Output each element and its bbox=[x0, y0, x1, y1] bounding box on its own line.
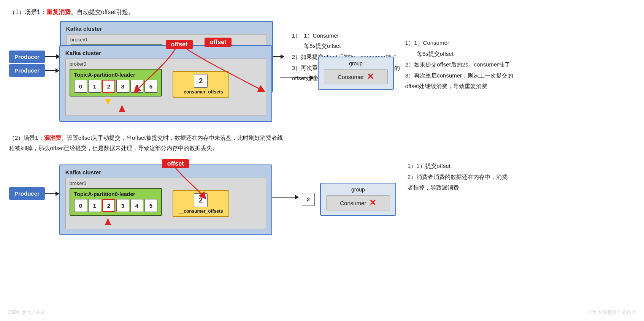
cells-d2: 0 1 2 3 4 5 bbox=[74, 199, 157, 212]
yellow-arr-d1 bbox=[105, 99, 111, 105]
broker-label-d1: broker0 bbox=[70, 61, 262, 67]
c5-d2: 5 bbox=[144, 199, 157, 212]
right-notes-d1: 1）1）Consumer 每5s提交offset 2）如果提交offset后的2… bbox=[405, 38, 635, 92]
c1-d1: 1 bbox=[88, 80, 101, 93]
broker-label-d2: broker0 bbox=[70, 180, 262, 186]
c5-d1: 5 bbox=[144, 80, 157, 93]
rn1-d2: 1）1）提交offset bbox=[408, 161, 635, 172]
csdn-logo: CSDN @党上有农 bbox=[8, 309, 45, 316]
rn1-d1: 1）1）Consumer 每5s提交offset bbox=[405, 38, 635, 59]
c3-d2: 3 bbox=[116, 199, 129, 212]
rn3-d1: 3）再次重启consumer，则从上一次提交的 offset处继续消费，导致重复… bbox=[405, 70, 635, 92]
scenario2-suffix: 。设置offset为手动提交，当offset被提交时，数据还在内存中未落盘，此时… bbox=[61, 134, 283, 141]
broker-d1: broker0 TopicA-partition0-leader 0 1 2 3 bbox=[65, 59, 266, 116]
offnum-d2: 2 bbox=[194, 193, 208, 207]
consumer-label-d2: Consumer bbox=[340, 200, 366, 206]
scenario1-prefix: （1）场景1： bbox=[9, 9, 46, 15]
line-k-g-d2 bbox=[272, 197, 295, 198]
arr-k-g-d1 bbox=[310, 76, 314, 80]
c0-d2: 0 bbox=[74, 199, 87, 212]
arrow-p-k-d2 bbox=[56, 191, 59, 196]
consumer-inner-d1: Consumer ✕ bbox=[324, 69, 388, 84]
scenario1-title-line: （1）场景1：重复消费。自动提交offset引起。 bbox=[9, 7, 635, 17]
kafka-cluster-title-1: Kafka cluster bbox=[66, 25, 267, 32]
cells-d1: 0 1 2 3 4 5 bbox=[74, 80, 157, 93]
offsets-d2: 2 __consumer_offsets bbox=[173, 190, 229, 217]
line-p-k-d1 bbox=[45, 70, 56, 71]
group-box-d2: group Consumer ✕ bbox=[320, 183, 396, 216]
partition-d2: TopicA-partition0-leader 0 1 2 3 4 5 bbox=[70, 188, 162, 216]
scenario2-keyword: 漏消费 bbox=[44, 134, 61, 141]
producer-box-d2: Producer bbox=[9, 187, 45, 200]
offnum-d1: 2 bbox=[194, 74, 208, 88]
line-p-k-d2 bbox=[45, 193, 56, 194]
c1-d2: 1 bbox=[88, 199, 101, 212]
kafka-cluster-d2: Kafka cluster broker0 TopicA-partition0-… bbox=[59, 164, 272, 235]
rn2-d2: 2）消费者消费的数据还在内存中，消费 者挂掉，导致漏消费 bbox=[408, 172, 635, 193]
consumer-label-d1: Consumer bbox=[338, 74, 364, 80]
scenario2-prefix: （2）场景1： bbox=[9, 134, 44, 141]
offslabel-d1: __consumer_offsets bbox=[179, 89, 223, 95]
partition-d1: TopicA-partition0-leader 0 1 2 3 4 5 bbox=[70, 69, 162, 96]
offslabel-d2: __consumer_offsets bbox=[179, 209, 223, 214]
red-arr-up-d1 bbox=[119, 105, 125, 112]
group-title-d1: group bbox=[324, 60, 388, 66]
c3-d1: 3 bbox=[116, 80, 129, 93]
x-mark-d2: ✕ bbox=[369, 198, 376, 208]
offsets-d1: 2 __consumer_offsets bbox=[173, 71, 229, 98]
group-title-d2: group bbox=[326, 187, 390, 193]
red-arr-up-d2 bbox=[105, 218, 111, 225]
c4-d2: 4 bbox=[130, 199, 143, 212]
c2-d2: 2 bbox=[102, 199, 115, 212]
c2-d1: 2 bbox=[102, 80, 115, 93]
scenario1-keyword: 重复消费 bbox=[46, 9, 71, 15]
scenario2-desc2: 程被kill掉，那么offset已经提交，但是数据未处理，导致这部分内存中的数据… bbox=[9, 145, 218, 151]
x-mark-d1: ✕ bbox=[367, 72, 374, 82]
c4-d1: 4 bbox=[130, 80, 143, 93]
kc-title-d2: Kafka cluster bbox=[65, 169, 266, 176]
right-notes-d2: 1）1）提交offset 2）消费者消费的数据还在内存中，消费 者挂掉，导致漏消… bbox=[408, 161, 635, 193]
num-2-d2: 2 bbox=[302, 193, 315, 206]
pt-title-d2: TopicA-partition0-leader bbox=[74, 191, 157, 197]
arrow-p-k-d1 bbox=[56, 68, 59, 73]
kc-title-d1: Kafka cluster bbox=[65, 50, 266, 56]
group-d1: group Consumer ✕ bbox=[318, 57, 394, 90]
c0-d1: 0 bbox=[74, 80, 87, 93]
kafka-cluster-d1: Kafka cluster broker0 TopicA-partition0-… bbox=[59, 45, 272, 122]
watermark: 让天下没有难学的技术 bbox=[587, 309, 636, 316]
producer-box-d1: Producer bbox=[9, 64, 45, 77]
group-box-d1: group Consumer ✕ bbox=[318, 57, 394, 90]
scenario2-title-line: （2）场景1：漏消费。设置offset为手动提交，当offset被提交时，数据还… bbox=[9, 133, 635, 153]
scenario1-suffix: 。自动提交offset引起。 bbox=[71, 9, 134, 15]
consumer-inner-d2: Consumer ✕ bbox=[326, 195, 390, 210]
rn2-d1: 2）如果提交offset后的2s，consumer挂了 bbox=[405, 59, 635, 70]
arr-k-g-d2 bbox=[295, 195, 299, 199]
broker-d2: broker0 TopicA-partition0-leader 0 1 2 3 bbox=[65, 178, 266, 229]
line-k-g-d1 bbox=[280, 77, 310, 78]
pt-title-d1: TopicA-partition0-leader bbox=[74, 72, 157, 78]
